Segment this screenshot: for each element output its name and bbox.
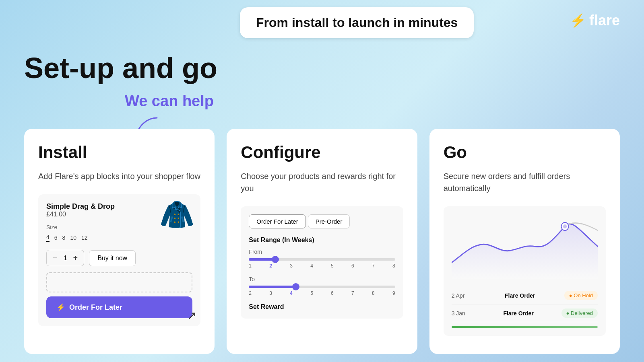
go-card: Go Secure new orders and fulfill orders … <box>429 129 620 354</box>
size-options: 4 6 8 10 12 <box>46 234 192 242</box>
status-badge-delivered: ● Delivered <box>561 309 598 318</box>
configure-card-desc: Choose your products and rewards right f… <box>241 170 403 194</box>
quantity-row: − 1 + Buy it now <box>46 250 192 266</box>
quantity-plus[interactable]: + <box>73 253 78 263</box>
install-ui: 🧥 Simple Drag & Drop £41.00 Size 4 6 8 1… <box>38 194 200 326</box>
install-card-title: Install <box>38 143 200 162</box>
configure-tabs: Order For Later Pre-Order <box>249 214 395 228</box>
order-for-later-button[interactable]: ⚡ Order For Later <box>46 296 192 318</box>
order-date-2: 3 Jan <box>452 310 476 317</box>
dashed-drop-zone <box>46 272 192 292</box>
buy-now-button[interactable]: Buy it now <box>89 250 136 266</box>
tab-pre-order[interactable]: Pre-Order <box>308 214 350 228</box>
to-slider[interactable]: 23456789 <box>249 286 395 296</box>
order-name-1: Flare Order <box>476 292 564 299</box>
quantity-box: − 1 + <box>46 250 84 266</box>
quantity-value: 1 <box>64 255 67 262</box>
jacket-emoji: 🧥 <box>159 200 194 228</box>
configure-card: Configure Choose your products and rewar… <box>227 129 417 354</box>
order-later-icon: ⚡ <box>56 303 65 312</box>
go-card-desc: Secure new orders and fulfill orders aut… <box>444 170 606 194</box>
header-pill: From install to launch in minutes <box>240 7 474 38</box>
to-slider-numbers: 23456789 <box>249 290 395 296</box>
orders-chart <box>452 214 598 279</box>
quantity-minus[interactable]: − <box>53 253 58 263</box>
logo: ⚡ flare <box>570 12 620 29</box>
we-can-help-text: We can help <box>125 93 214 110</box>
order-row-1: 2 Apr Flare Order ● On Hold <box>452 287 598 304</box>
configure-ui: Order For Later Pre-Order Set Range (In … <box>241 206 403 319</box>
size-8[interactable]: 8 <box>62 234 66 241</box>
order-row-2: 3 Jan Flare Order ● Delivered <box>452 304 598 322</box>
to-label: To <box>249 276 395 282</box>
orders-table: 2 Apr Flare Order ● On Hold 3 Jan Flare … <box>452 287 598 322</box>
size-10[interactable]: 10 <box>70 234 76 241</box>
order-later-label: Order For Later <box>69 303 122 312</box>
configure-card-title: Configure <box>241 143 403 162</box>
go-card-title: Go <box>444 143 606 162</box>
go-ui: 2 Apr Flare Order ● On Hold 3 Jan Flare … <box>444 206 606 336</box>
tab-order-for-later[interactable]: Order For Later <box>249 214 305 228</box>
flare-logo-icon: ⚡ <box>570 13 586 28</box>
status-badge-on-hold: ● On Hold <box>564 291 598 300</box>
from-slider-numbers: 12345678 <box>249 263 395 269</box>
size-4[interactable]: 4 <box>46 234 50 242</box>
header-pill-text: From install to launch in minutes <box>256 15 458 30</box>
order-date-1: 2 Apr <box>452 292 476 299</box>
size-6[interactable]: 6 <box>54 234 58 241</box>
green-line-chart-hint <box>452 326 598 328</box>
cards-container: Install Add Flare's app blocks into your… <box>24 129 620 354</box>
range-title: Set Range (In Weeks) <box>249 237 395 244</box>
svg-point-2 <box>563 224 567 228</box>
logo-text: flare <box>589 12 620 29</box>
install-card: Install Add Flare's app blocks into your… <box>24 129 215 354</box>
from-slider[interactable]: 12345678 <box>249 258 395 269</box>
set-reward-label: Set Reward <box>249 303 395 311</box>
size-12[interactable]: 12 <box>81 234 88 241</box>
install-card-desc: Add Flare's app blocks into your shopper… <box>38 170 200 182</box>
from-label: From <box>249 249 395 255</box>
main-headline: Set-up and go <box>24 52 217 84</box>
cursor-pointer-icon: ↗ <box>187 309 196 322</box>
order-name-2: Flare Order <box>476 310 561 317</box>
